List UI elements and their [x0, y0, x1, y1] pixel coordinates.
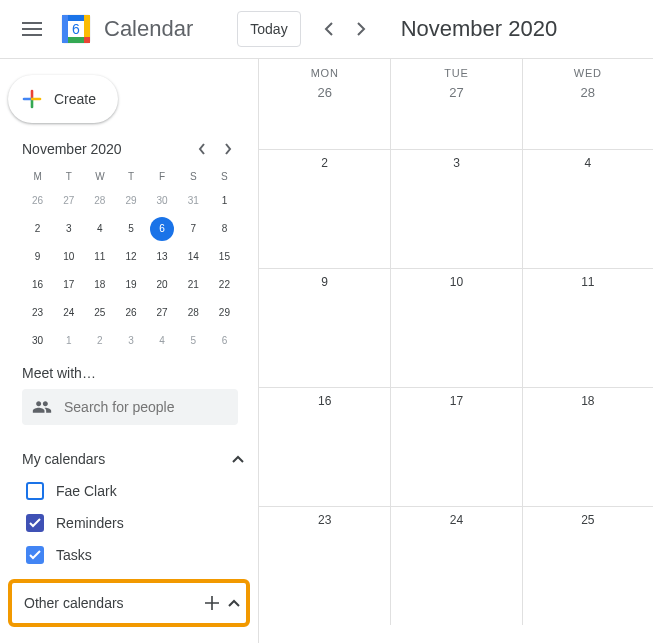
plus-icon — [20, 87, 44, 111]
mini-day[interactable]: 27 — [53, 187, 84, 215]
chevron-up-icon — [232, 455, 244, 463]
mini-day[interactable]: 6 — [147, 215, 178, 243]
mini-day[interactable]: 23 — [22, 299, 53, 327]
mini-day[interactable]: 7 — [178, 215, 209, 243]
calendar-item[interactable]: Tasks — [22, 539, 244, 571]
mini-day[interactable]: 28 — [84, 187, 115, 215]
other-calendars-toggle[interactable]: Other calendars — [24, 585, 240, 621]
calendar-label: Fae Clark — [56, 483, 117, 499]
create-button[interactable]: Create — [8, 75, 118, 123]
my-calendars-title: My calendars — [22, 451, 105, 467]
grid-day-cell[interactable]: 2 — [259, 149, 390, 268]
mini-day[interactable]: 2 — [84, 327, 115, 355]
calendar-checkbox[interactable] — [26, 546, 44, 564]
grid-day-cell[interactable]: 11 — [522, 268, 653, 387]
mini-day[interactable]: 25 — [84, 299, 115, 327]
mini-day[interactable]: 20 — [147, 271, 178, 299]
calendar-item[interactable]: Fae Clark — [22, 475, 244, 507]
mini-prev-button[interactable] — [190, 137, 214, 161]
mini-day[interactable]: 5 — [178, 327, 209, 355]
prev-period-button[interactable] — [313, 13, 345, 45]
mini-day[interactable]: 26 — [22, 187, 53, 215]
mini-day[interactable]: 2 — [22, 215, 53, 243]
grid-day-cell[interactable]: 4 — [522, 149, 653, 268]
other-calendars-highlight: Other calendars — [8, 579, 250, 627]
grid-day-cell[interactable]: 10 — [390, 268, 521, 387]
grid-day-number: 27 — [391, 85, 521, 100]
today-button[interactable]: Today — [237, 11, 300, 47]
mini-day[interactable]: 27 — [147, 299, 178, 327]
hamburger-icon — [22, 22, 42, 36]
grid-day-header[interactable]: MON26 — [259, 59, 390, 149]
chevron-right-icon — [356, 22, 366, 36]
date-nav — [313, 13, 377, 45]
sidebar: Create November 2020 MTWTFSS262728293031… — [0, 59, 258, 643]
mini-day[interactable]: 29 — [209, 299, 240, 327]
grid-day-cell[interactable]: 17 — [390, 387, 521, 506]
mini-day[interactable]: 16 — [22, 271, 53, 299]
mini-day[interactable]: 13 — [147, 243, 178, 271]
grid-day-cell[interactable]: 3 — [390, 149, 521, 268]
mini-day[interactable]: 30 — [147, 187, 178, 215]
mini-day[interactable]: 19 — [115, 271, 146, 299]
other-calendars-title: Other calendars — [24, 595, 124, 611]
calendar-grid: MON26TUE27WED28 23491011161718232425 — [258, 59, 653, 643]
my-calendars-toggle[interactable]: My calendars — [22, 443, 244, 475]
grid-week-row: 161718 — [259, 387, 653, 506]
grid-day-cell[interactable]: 16 — [259, 387, 390, 506]
mini-day[interactable]: 14 — [178, 243, 209, 271]
mini-day[interactable]: 9 — [22, 243, 53, 271]
mini-dow: S — [209, 167, 240, 187]
mini-day[interactable]: 26 — [115, 299, 146, 327]
mini-day[interactable]: 6 — [209, 327, 240, 355]
chevron-right-icon — [224, 143, 232, 155]
mini-day[interactable]: 24 — [53, 299, 84, 327]
calendar-checkbox[interactable] — [26, 482, 44, 500]
grid-day-header[interactable]: TUE27 — [390, 59, 521, 149]
mini-day[interactable]: 4 — [147, 327, 178, 355]
chevron-up-icon — [228, 599, 240, 607]
svg-text:6: 6 — [72, 21, 80, 37]
grid-day-cell[interactable]: 18 — [522, 387, 653, 506]
calendar-checkbox[interactable] — [26, 514, 44, 532]
grid-day-cell[interactable]: 25 — [522, 506, 653, 625]
mini-day[interactable]: 31 — [178, 187, 209, 215]
mini-day[interactable]: 1 — [209, 187, 240, 215]
mini-day[interactable]: 18 — [84, 271, 115, 299]
grid-day-cell[interactable]: 23 — [259, 506, 390, 625]
grid-day-header[interactable]: WED28 — [522, 59, 653, 149]
main-menu-button[interactable] — [12, 9, 52, 49]
calendar-item[interactable]: Reminders — [22, 507, 244, 539]
grid-day-cell[interactable]: 24 — [390, 506, 521, 625]
mini-day[interactable]: 30 — [22, 327, 53, 355]
people-search-input[interactable] — [62, 398, 241, 416]
calendar-label: Reminders — [56, 515, 124, 531]
mini-day[interactable]: 5 — [115, 215, 146, 243]
mini-day[interactable]: 10 — [53, 243, 84, 271]
mini-day[interactable]: 15 — [209, 243, 240, 271]
mini-day[interactable]: 28 — [178, 299, 209, 327]
mini-calendar: November 2020 MTWTFSS2627282930311234567… — [0, 133, 258, 355]
mini-day[interactable]: 3 — [53, 215, 84, 243]
mini-day[interactable]: 22 — [209, 271, 240, 299]
mini-day[interactable]: 4 — [84, 215, 115, 243]
mini-next-button[interactable] — [216, 137, 240, 161]
mini-day[interactable]: 8 — [209, 215, 240, 243]
svg-rect-4 — [62, 15, 68, 43]
mini-day[interactable]: 21 — [178, 271, 209, 299]
next-period-button[interactable] — [345, 13, 377, 45]
chevron-left-icon — [324, 22, 334, 36]
mini-day[interactable]: 3 — [115, 327, 146, 355]
grid-dow-label: TUE — [391, 67, 521, 79]
people-search[interactable] — [22, 389, 238, 425]
grid-day-cell[interactable]: 9 — [259, 268, 390, 387]
mini-day[interactable]: 29 — [115, 187, 146, 215]
mini-dow: W — [84, 167, 115, 187]
mini-day[interactable]: 12 — [115, 243, 146, 271]
mini-day[interactable]: 1 — [53, 327, 84, 355]
grid-week-row: 232425 — [259, 506, 653, 625]
mini-day[interactable]: 17 — [53, 271, 84, 299]
mini-day[interactable]: 11 — [84, 243, 115, 271]
add-other-calendar-button[interactable] — [204, 595, 220, 611]
mini-dow: S — [178, 167, 209, 187]
